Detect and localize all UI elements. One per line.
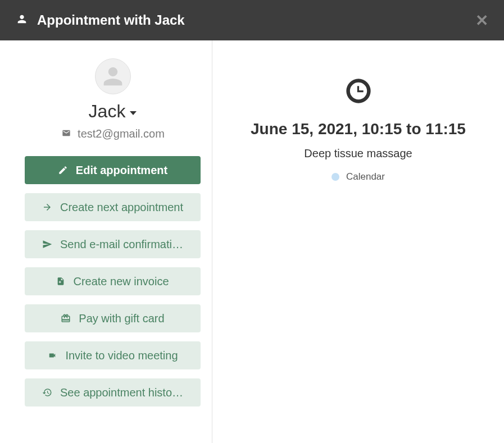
close-icon[interactable]: ✕ bbox=[475, 11, 488, 30]
client-panel: Jack test2@gmail.com Edit appointment bbox=[0, 40, 212, 443]
email-icon bbox=[61, 127, 72, 140]
send-email-button[interactable]: Send e-mail confirmati… bbox=[25, 230, 201, 258]
invite-video-button[interactable]: Invite to video meeting bbox=[25, 341, 201, 369]
calendar-tag: Calendar bbox=[332, 171, 385, 182]
appointment-service: Deep tissue massage bbox=[235, 147, 482, 160]
edit-button-label: Edit appointment bbox=[76, 164, 167, 177]
appointment-history-button[interactable]: See appointment histo… bbox=[25, 378, 201, 407]
avatar bbox=[95, 58, 131, 94]
client-name-dropdown[interactable]: Jack bbox=[89, 101, 137, 122]
person-icon bbox=[16, 13, 28, 28]
appointment-details-panel: June 15, 2021, 10:15 to 11:15 Deep tissu… bbox=[212, 40, 504, 443]
calendar-label: Calendar bbox=[346, 171, 385, 182]
appointment-datetime: June 15, 2021, 10:15 to 11:15 bbox=[235, 120, 482, 138]
clock-icon bbox=[344, 76, 373, 106]
modal-title: Appointment with Jack bbox=[37, 12, 185, 28]
video-icon bbox=[47, 351, 57, 359]
pay-gift-label: Pay with gift card bbox=[79, 312, 164, 325]
pay-gift-card-button[interactable]: Pay with gift card bbox=[25, 304, 201, 332]
chevron-down-icon bbox=[130, 111, 137, 115]
send-icon bbox=[42, 239, 52, 249]
file-plus-icon bbox=[56, 276, 65, 286]
client-email-text: test2@gmail.com bbox=[78, 127, 165, 140]
create-next-appointment-button[interactable]: Create next appointment bbox=[25, 193, 201, 221]
client-name-label: Jack bbox=[89, 101, 126, 122]
history-icon bbox=[42, 387, 52, 398]
calendar-color-dot bbox=[332, 173, 339, 181]
modal-header: Appointment with Jack ✕ bbox=[0, 0, 504, 40]
create-invoice-button[interactable]: Create new invoice bbox=[25, 267, 201, 295]
send-email-label: Send e-mail confirmati… bbox=[60, 238, 183, 251]
edit-appointment-button[interactable]: Edit appointment bbox=[25, 156, 201, 184]
history-label: See appointment histo… bbox=[60, 386, 183, 399]
invite-video-label: Invite to video meeting bbox=[65, 349, 178, 362]
gift-icon bbox=[61, 313, 71, 323]
client-email: test2@gmail.com bbox=[25, 127, 201, 140]
create-next-label: Create next appointment bbox=[60, 201, 183, 214]
arrow-right-icon bbox=[42, 202, 52, 212]
pencil-icon bbox=[58, 165, 68, 175]
create-invoice-label: Create new invoice bbox=[73, 275, 169, 288]
